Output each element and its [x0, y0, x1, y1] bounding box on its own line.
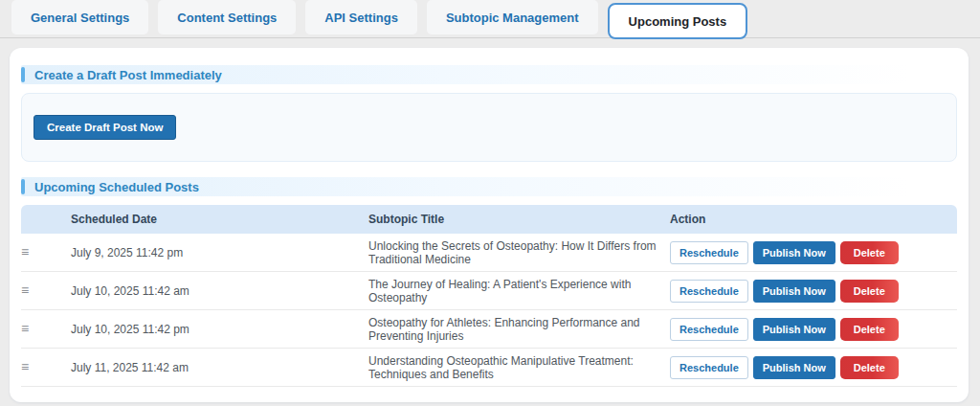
scheduled-date-cell: July 11, 2025 11:42 am: [71, 349, 368, 387]
delete-button[interactable]: Delete: [840, 318, 899, 341]
settings-panel: Create a Draft Post Immediately Create D…: [10, 48, 969, 402]
scheduled-date-cell: July 10, 2025 11:42 am: [71, 272, 368, 310]
reschedule-button[interactable]: Reschedule: [670, 318, 748, 341]
tab-content-settings[interactable]: Content Settings: [158, 0, 296, 34]
upcoming-posts-table: Scheduled Date Subtopic Title Action ≡Ju…: [21, 205, 957, 387]
publish-now-button[interactable]: Publish Now: [753, 280, 835, 303]
reschedule-button[interactable]: Reschedule: [670, 241, 748, 264]
drag-handle-cell: ≡: [21, 234, 71, 272]
scheduled-date-cell: July 9, 2025 11:42 pm: [71, 234, 368, 272]
table-row: ≡July 11, 2025 11:42 amUnderstanding Ost…: [21, 349, 957, 387]
draft-section-header: Create a Draft Post Immediately: [21, 65, 957, 84]
publish-now-button[interactable]: Publish Now: [753, 241, 835, 264]
column-header-subtopic-title: Subtopic Title: [368, 205, 670, 234]
tab-api-settings[interactable]: API Settings: [305, 0, 417, 34]
publish-now-button[interactable]: Publish Now: [753, 318, 835, 341]
drag-handle-icon[interactable]: ≡: [21, 360, 29, 373]
draft-post-box: Create Draft Post Now: [21, 93, 957, 162]
action-cell: ReschedulePublish NowDelete: [670, 349, 957, 387]
section-accent-bar: [21, 67, 25, 82]
action-cell: ReschedulePublish NowDelete: [670, 272, 957, 310]
drag-handle-cell: ≡: [21, 272, 71, 310]
tab-subtopic-management[interactable]: Subtopic Management: [427, 0, 598, 34]
tab-bar: General SettingsContent SettingsAPI Sett…: [0, 0, 980, 38]
subtopic-title-cell: The Journey of Healing: A Patient's Expe…: [368, 272, 670, 310]
drag-handle-icon[interactable]: ≡: [21, 245, 29, 259]
column-header-action: Action: [670, 205, 957, 234]
drag-handle-icon[interactable]: ≡: [21, 283, 29, 297]
create-draft-post-button[interactable]: Create Draft Post Now: [33, 115, 176, 140]
table-row: ≡July 10, 2025 11:42 amThe Journey of He…: [21, 272, 957, 310]
action-cell: ReschedulePublish NowDelete: [670, 234, 957, 272]
column-header-handle: [21, 205, 71, 234]
draft-section-title: Create a Draft Post Immediately: [34, 68, 222, 82]
table-row: ≡July 9, 2025 11:42 pmUnlocking the Secr…: [21, 234, 957, 272]
subtopic-title-cell: Osteopathy for Athletes: Enhancing Perfo…: [368, 310, 670, 349]
column-header-scheduled-date: Scheduled Date: [71, 205, 368, 234]
publish-now-button[interactable]: Publish Now: [753, 356, 835, 379]
tab-upcoming-posts[interactable]: Upcoming Posts: [608, 3, 748, 39]
action-cell: ReschedulePublish NowDelete: [670, 310, 957, 349]
reschedule-button[interactable]: Reschedule: [670, 356, 748, 379]
subtopic-title-cell: Understanding Osteopathic Manipulative T…: [368, 349, 670, 387]
delete-button[interactable]: Delete: [840, 241, 899, 264]
delete-button[interactable]: Delete: [840, 356, 899, 379]
scheduled-date-cell: July 10, 2025 11:42 pm: [71, 310, 368, 349]
tab-general-settings[interactable]: General Settings: [11, 0, 148, 34]
drag-handle-cell: ≡: [21, 349, 71, 387]
section-accent-bar: [21, 179, 25, 194]
posts-table-body: ≡July 9, 2025 11:42 pmUnlocking the Secr…: [21, 234, 957, 387]
subtopic-title-cell: Unlocking the Secrets of Osteopathy: How…: [368, 234, 670, 272]
delete-button[interactable]: Delete: [840, 280, 899, 303]
scheduled-section-header: Upcoming Scheduled Posts: [21, 177, 957, 196]
reschedule-button[interactable]: Reschedule: [670, 280, 748, 303]
scheduled-section-title: Upcoming Scheduled Posts: [34, 180, 199, 194]
drag-handle-cell: ≡: [21, 310, 71, 349]
table-header-row: Scheduled Date Subtopic Title Action: [21, 205, 957, 234]
drag-handle-icon[interactable]: ≡: [21, 322, 29, 335]
table-row: ≡July 10, 2025 11:42 pmOsteopathy for At…: [21, 310, 957, 349]
